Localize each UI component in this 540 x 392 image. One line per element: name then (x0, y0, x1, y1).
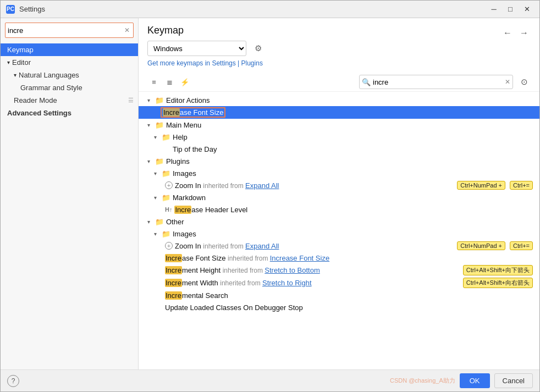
other-images-label: Images (173, 230, 537, 238)
shortcut-ctrl-numpad-1: Ctrl+NumPad + (457, 181, 505, 190)
incr-search-rest: mental Search (182, 291, 228, 300)
plugins-zoom-in-label: Zoom In inherited from Expand All (175, 181, 455, 190)
minimize-button[interactable]: ─ (487, 3, 501, 15)
keymap-toolbar: ≡ ≣ ⚡ 🔍 ✕ ⊙ (139, 73, 539, 92)
incr-search-highlight: Incre (165, 291, 182, 300)
sidebar-item-grammar-style[interactable]: Grammar and Style (1, 81, 138, 94)
sidebar-search-input[interactable] (8, 26, 123, 35)
tree-group-other-images[interactable]: ▾ 📁 Images (139, 228, 539, 240)
tree-item-tip-of-day[interactable]: Tip of the Day (139, 143, 539, 155)
help-folder-icon: 📁 (162, 133, 170, 141)
filter-button[interactable]: ⚡ (178, 76, 191, 88)
increase-rest: ase Font Size (180, 108, 224, 117)
tree-item-update-loaded-classes[interactable]: Update Loaded Classes On Debugger Stop (139, 301, 539, 313)
sidebar-item-natural-languages-label: Natural Languages (19, 71, 79, 79)
help-button[interactable]: ? (7, 375, 19, 387)
other-zoom-in-inherited: inherited from (203, 242, 245, 250)
tree-group-other[interactable]: ▾ 📁 Other (139, 216, 539, 228)
get-more-anchor[interactable]: Get more keymaps in Settings | Plugins (147, 59, 263, 67)
tree-item-increase-header[interactable]: H↑ Increase Header Level (139, 203, 539, 216)
tree-group-help[interactable]: ▾ 📁 Help (139, 131, 539, 143)
plugins-images-chevron-icon: ▾ (154, 170, 162, 176)
tree-item-increment-height[interactable]: Increment Height inherited from Stretch … (139, 264, 539, 277)
keymap-search-clear-icon[interactable]: ✕ (505, 78, 510, 86)
tree-item-other-zoom-in[interactable]: + Zoom In inherited from Expand All Ctrl… (139, 240, 539, 252)
watermark-text: CSDN @chasing_A助力 (390, 377, 455, 385)
increase-header-highlight: Incre (174, 206, 191, 214)
incr-width-rest: ment Width (182, 279, 218, 287)
other-chevron-icon: ▾ (147, 219, 155, 225)
increment-height-shortcuts: Ctrl+Alt+Shift+向下箭头 (461, 265, 537, 275)
sidebar-item-editor[interactable]: ▾ Editor (1, 56, 138, 69)
keymap-select[interactable]: Windows (147, 41, 246, 56)
tree-item-increase-font-inherited[interactable]: Increase Font Size inherited from Increa… (139, 252, 539, 264)
cancel-button[interactable]: Cancel (494, 373, 533, 388)
tree-group-plugins-images[interactable]: ▾ 📁 Images (139, 167, 539, 179)
increment-width-label: Increment Width inherited from Stretch t… (165, 279, 461, 287)
gear-button[interactable]: ⚙ (251, 41, 265, 56)
tree-group-editor-actions[interactable]: ▾ 📁 Editor Actions (139, 94, 539, 106)
tree-group-plugins[interactable]: ▾ 📁 Plugins (139, 155, 539, 167)
markdown-label: Markdown (173, 194, 537, 202)
settings-window: PC Settings ─ □ ✕ ✕ Keymap ▾ Editor (0, 0, 540, 392)
incr-font-inherited: inherited from (228, 255, 270, 262)
sidebar: ✕ Keymap ▾ Editor ▾ Natural Languages Gr… (1, 18, 139, 369)
forward-button[interactable]: → (517, 27, 531, 39)
shortcut-height: Ctrl+Alt+Shift+向下箭头 (463, 265, 533, 275)
sidebar-item-reader-mode[interactable]: Reader Mode ☰ (1, 94, 138, 107)
sidebar-item-keymap[interactable]: Keymap (1, 43, 138, 56)
window-controls: ─ □ ✕ (487, 3, 534, 15)
increase-font-inherited-label: Increase Font Size inherited from Increa… (165, 254, 537, 262)
expand-all-button[interactable]: ≡ (147, 76, 161, 88)
collapse-all-button[interactable]: ≣ (163, 76, 176, 88)
markdown-chevron-icon: ▾ (154, 195, 162, 201)
incr-width-link[interactable]: Stretch to Right (262, 279, 312, 287)
sidebar-nav: Keymap ▾ Editor ▾ Natural Languages Gram… (1, 42, 138, 369)
back-button[interactable]: ← (501, 27, 514, 39)
tree-group-markdown[interactable]: ▾ 📁 Markdown (139, 191, 539, 203)
tree-item-increase-font-size[interactable]: Increase Font Size (139, 106, 539, 119)
keymap-tree: ▾ 📁 Editor Actions Increase Font Size (139, 92, 539, 369)
plugins-folder-icon: 📁 (155, 157, 164, 165)
sidebar-search-clear-icon[interactable]: ✕ (123, 26, 131, 34)
incr-height-highlight: Incre (165, 266, 182, 274)
tree-item-plugins-zoom-in[interactable]: + Zoom In inherited from Expand All Ctrl… (139, 179, 539, 191)
tip-of-day-label: Tip of the Day (173, 145, 537, 153)
incr-font-highlight: Incre (165, 254, 182, 262)
sidebar-item-natural-languages[interactable]: ▾ Natural Languages (1, 69, 138, 81)
keymap-search-input[interactable] (373, 78, 505, 86)
zoom-in-shortcuts-1: Ctrl+NumPad + Ctrl+= (455, 181, 537, 190)
ok-button[interactable]: OK (460, 373, 490, 388)
shortcut-ctrl-equals-1: Ctrl+= (510, 181, 533, 190)
bottom-actions: OK Cancel (460, 373, 533, 388)
tree-item-incremental-search[interactable]: Incremental Search (139, 289, 539, 301)
main-menu-folder-icon: 📁 (155, 121, 164, 129)
other-zoom-in-label: Zoom In inherited from Expand All (175, 242, 455, 250)
window-title: Settings (19, 5, 487, 13)
find-usages-button[interactable]: ⊙ (517, 76, 531, 88)
keymap-search-box[interactable]: 🔍 ✕ (359, 75, 513, 89)
keymap-controls: Windows ⚙ (147, 41, 531, 56)
close-button[interactable]: ✕ (520, 3, 534, 15)
increase-header-label: Increase Header Level (174, 206, 537, 214)
other-folder-icon: 📁 (155, 218, 164, 226)
tree-item-increment-width[interactable]: Increment Width inherited from Stretch t… (139, 277, 539, 289)
other-images-chevron-icon: ▾ (154, 231, 162, 237)
app-icon: PC (6, 5, 15, 14)
tree-group-main-menu[interactable]: ▾ 📁 Main Menu (139, 119, 539, 131)
main-menu-label: Main Menu (166, 121, 537, 129)
other-zoom-in-link[interactable]: Expand All (245, 242, 279, 250)
sidebar-item-keymap-label: Keymap (7, 46, 34, 54)
keymap-search-icon: 🔍 (362, 78, 371, 86)
zoom-in-expand-all-link[interactable]: Expand All (245, 181, 279, 190)
editor-actions-folder-icon: 📁 (155, 96, 164, 104)
incr-font-link[interactable]: Increase Font Size (270, 254, 329, 262)
zoom-in-text: Zoom In (175, 181, 201, 190)
sidebar-item-advanced-label: Advanced Settings (7, 109, 71, 117)
editor-actions-chevron-icon: ▾ (147, 97, 155, 103)
maximize-button[interactable]: □ (503, 3, 517, 15)
other-label: Other (166, 218, 537, 226)
sidebar-search-box[interactable]: ✕ (5, 23, 134, 38)
incr-height-link[interactable]: Stretch to Bottom (265, 266, 319, 274)
sidebar-item-advanced-settings[interactable]: Advanced Settings (1, 107, 138, 119)
